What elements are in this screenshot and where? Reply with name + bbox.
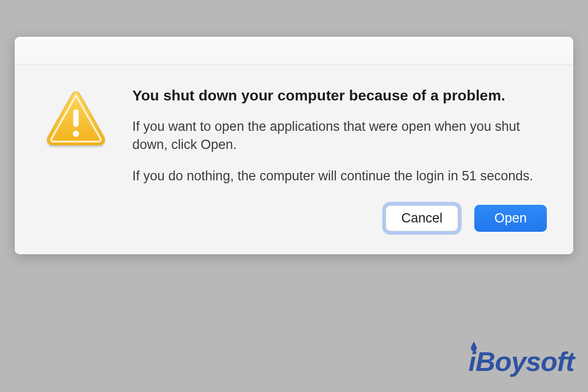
dialog-body: You shut down your computer because of a… — [15, 65, 573, 254]
svg-point-1 — [73, 131, 79, 137]
dialog-countdown: If you do nothing, the computer will con… — [132, 167, 549, 185]
droplet-icon — [470, 342, 477, 351]
open-button[interactable]: Open — [474, 205, 547, 232]
shutdown-alert-dialog: You shut down your computer because of a… — [15, 37, 573, 254]
dialog-titlebar — [15, 37, 573, 65]
dialog-text-col: You shut down your computer because of a… — [132, 86, 549, 235]
cancel-button[interactable]: Cancel — [386, 205, 458, 231]
svg-rect-0 — [74, 109, 79, 127]
dialog-actions: Cancel Open — [132, 202, 549, 235]
dialog-heading: You shut down your computer because of a… — [132, 86, 549, 105]
warning-icon — [44, 86, 108, 148]
watermark-logo: i Boysoft — [468, 348, 574, 375]
dialog-message: If you want to open the applications tha… — [132, 118, 549, 154]
cancel-button-focus-ring: Cancel — [382, 202, 462, 235]
